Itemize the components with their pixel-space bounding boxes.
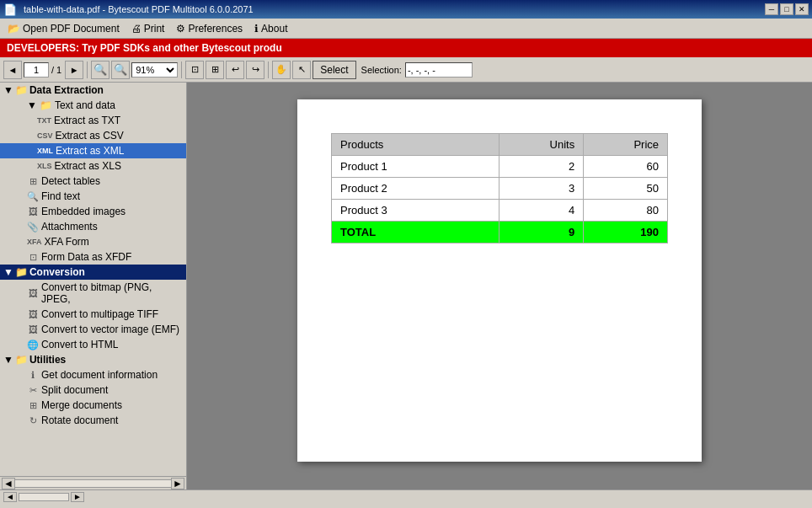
sidebar-item-merge-docs[interactable]: ⊞ Merge documents xyxy=(0,398,186,413)
section-conversion-header[interactable]: ▼ 📁 Conversion xyxy=(0,265,186,280)
sidebar-item-attachments[interactable]: 📎 Attachments xyxy=(0,219,186,234)
extract-xml-label: Extract as XML xyxy=(56,145,124,157)
extract-xls-label: Extract as XLS xyxy=(55,160,121,172)
forward-button[interactable]: ► xyxy=(65,61,83,79)
sidebar-item-embedded-images[interactable]: 🖼 Embedded images xyxy=(0,204,186,219)
zoom-out-button[interactable]: 🔍 xyxy=(91,61,110,79)
pdf-viewer[interactable]: Products Units Price Product 1 2 60 Prod… xyxy=(187,83,812,489)
sidebar: ▼ 📁 Data Extraction ▼ 📁 Text and data TX… xyxy=(0,83,187,489)
conversion-label: Conversion xyxy=(29,266,85,278)
sidebar-item-xfa-form[interactable]: XFA XFA Form xyxy=(0,234,186,249)
sidebar-item-get-doc-info[interactable]: ℹ Get document information xyxy=(0,367,186,382)
sidebar-item-detect-tables[interactable]: ⊞ Detect tables xyxy=(0,174,186,189)
detect-tables-label: Detect tables xyxy=(41,175,100,187)
expand-sub-icon: ▼ xyxy=(27,99,37,111)
get-doc-info-label: Get document information xyxy=(41,369,158,381)
html-icon: 🌐 xyxy=(27,340,39,350)
tool-btn-4[interactable]: ↪ xyxy=(246,61,264,79)
folder-sub-icon: 📁 xyxy=(40,99,52,111)
convert-emf-label: Convert to vector image (EMF) xyxy=(41,324,179,335)
zoom-in-button[interactable]: 🔍 xyxy=(111,61,130,79)
back-button[interactable]: ◄ xyxy=(3,61,22,79)
extract-txt-label: Extract as TXT xyxy=(54,115,120,126)
sidebar-item-extract-xml[interactable]: XML Extract as XML xyxy=(0,143,186,158)
sidebar-item-convert-tiff[interactable]: 🖼 Convert to multipage TIFF xyxy=(0,307,186,322)
selection-input[interactable] xyxy=(405,62,473,78)
find-text-icon: 🔍 xyxy=(27,191,39,202)
sidebar-item-find-text[interactable]: 🔍 Find text xyxy=(0,189,186,204)
tool-btn-3[interactable]: ↩ xyxy=(226,61,244,79)
zoom-select[interactable]: 91% 75% 100% 125% xyxy=(131,62,178,78)
section-data-extraction-header[interactable]: ▼ 📁 Data Extraction xyxy=(0,83,186,98)
toolbar: ◄ / 1 ► 🔍 🔍 91% 75% 100% 125% ⊡ ⊞ ↩ ↪ ✋ … xyxy=(0,57,812,83)
split-icon: ✂ xyxy=(27,385,39,396)
status-left-btn[interactable]: ◄ xyxy=(3,492,17,502)
sidebar-item-convert-emf[interactable]: 🖼 Convert to vector image (EMF) xyxy=(0,322,186,337)
sidebar-item-form-data-xfdf[interactable]: ⊡ Form Data as XFDF xyxy=(0,249,186,265)
open-pdf-button[interactable]: 📂 Open PDF Document xyxy=(2,20,126,37)
status-right-btn[interactable]: ► xyxy=(71,492,84,502)
table-row: Product 3 4 80 xyxy=(332,200,668,222)
hscroll-left[interactable]: ◄ xyxy=(2,478,15,489)
window-title: table-with-data.pdf - Bytescout PDF Mult… xyxy=(20,4,765,14)
embedded-images-icon: 🖼 xyxy=(27,206,39,217)
minimize-button[interactable]: ─ xyxy=(765,3,778,15)
sidebar-hscroll[interactable]: ◄ ► xyxy=(0,476,186,489)
tool-btn-1[interactable]: ⊡ xyxy=(185,61,204,79)
select-button[interactable]: Select xyxy=(313,61,355,79)
convert-bitmap-label: Convert to bitmap (PNG, JPEG, xyxy=(41,281,183,305)
sidebar-item-text-and-data[interactable]: ▼ 📁 Text and data xyxy=(0,98,186,113)
developer-bar: DEVELOPERS: Try PDF SDKs and other Bytes… xyxy=(0,39,812,57)
xfdf-icon: ⊡ xyxy=(27,252,39,263)
cell-product3-units: 4 xyxy=(499,200,584,222)
doc-info-icon: ℹ xyxy=(27,370,39,381)
sidebar-item-extract-txt[interactable]: TXT Extract as TXT xyxy=(0,113,186,128)
find-text-label: Find text xyxy=(41,190,80,202)
table-row: Product 2 3 50 xyxy=(332,178,668,200)
cell-product2-units: 3 xyxy=(499,178,584,200)
tiff-icon: 🖼 xyxy=(27,309,39,319)
section-utilities: ▼ 📁 Utilities ℹ Get document information… xyxy=(0,352,186,428)
form-data-xfdf-label: Form Data as XFDF xyxy=(41,251,131,263)
cell-total-price: 190 xyxy=(584,222,668,243)
merge-icon: ⊞ xyxy=(27,400,39,411)
cell-product1-price: 60 xyxy=(584,156,668,178)
title-bar: 📄 table-with-data.pdf - Bytescout PDF Mu… xyxy=(0,0,812,19)
expand-icon-util: ▼ xyxy=(3,354,13,366)
section-data-extraction: ▼ 📁 Data Extraction ▼ 📁 Text and data TX… xyxy=(0,83,186,265)
selection-box: Selection: xyxy=(358,62,476,78)
cursor-tool-button[interactable]: ↖ xyxy=(292,61,311,79)
xfa-icon: XFA xyxy=(27,238,42,246)
close-button[interactable]: ✕ xyxy=(795,3,809,15)
separator xyxy=(87,61,88,78)
hand-tool-button[interactable]: ✋ xyxy=(272,61,291,79)
sidebar-item-extract-xls[interactable]: XLS Extract as XLS xyxy=(0,158,186,174)
cell-product2-price: 50 xyxy=(584,178,668,200)
sidebar-item-extract-csv[interactable]: CSV Extract as CSV xyxy=(0,128,186,143)
section-conversion: ▼ 📁 Conversion 🖼 Convert to bitmap (PNG,… xyxy=(0,265,186,352)
sidebar-item-rotate-doc[interactable]: ↻ Rotate document xyxy=(0,413,186,428)
sidebar-item-split-doc[interactable]: ✂ Split document xyxy=(0,382,186,398)
page-number-input[interactable] xyxy=(24,62,49,78)
print-button[interactable]: 🖨 Print xyxy=(126,20,171,37)
convert-tiff-label: Convert to multipage TIFF xyxy=(41,308,158,320)
section-label: Data Extraction xyxy=(29,84,104,96)
sidebar-item-convert-html[interactable]: 🌐 Convert to HTML xyxy=(0,337,186,352)
cell-total-label: TOTAL xyxy=(332,222,499,243)
preferences-button[interactable]: ⚙ Preferences xyxy=(170,20,248,37)
table-total-row: TOTAL 9 190 xyxy=(332,222,668,243)
table-row: Product 1 2 60 xyxy=(332,156,668,178)
bitmap-icon: 🖼 xyxy=(27,288,39,298)
about-icon: ℹ xyxy=(254,23,259,35)
section-utilities-header[interactable]: ▼ 📁 Utilities xyxy=(0,352,186,367)
sidebar-tree: ▼ 📁 Data Extraction ▼ 📁 Text and data TX… xyxy=(0,83,186,476)
hscroll-right[interactable]: ► xyxy=(171,478,184,489)
tool-btn-2[interactable]: ⊞ xyxy=(206,61,224,79)
pdf-table: Products Units Price Product 1 2 60 Prod… xyxy=(331,133,668,243)
sidebar-item-convert-bitmap[interactable]: 🖼 Convert to bitmap (PNG, JPEG, xyxy=(0,280,186,307)
pdf-page: Products Units Price Product 1 2 60 Prod… xyxy=(297,99,702,462)
separator3 xyxy=(268,61,269,78)
cell-product1-name: Product 1 xyxy=(332,156,499,178)
about-button[interactable]: ℹ About xyxy=(248,20,293,37)
maximize-button[interactable]: □ xyxy=(780,3,793,15)
